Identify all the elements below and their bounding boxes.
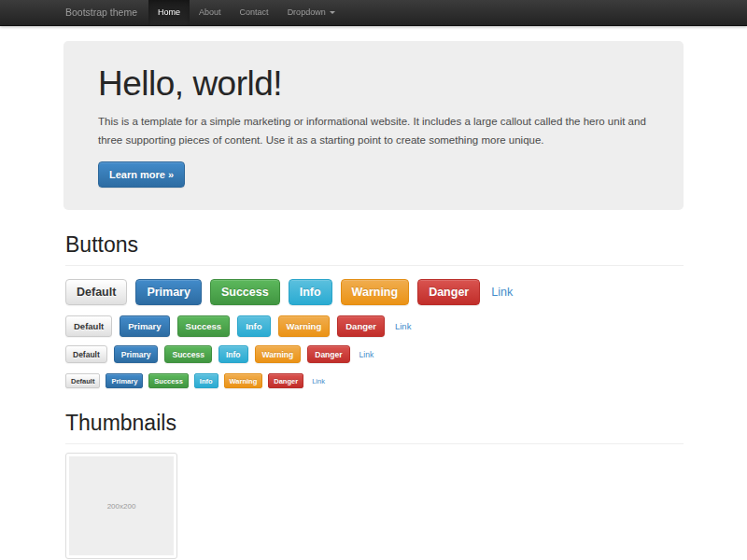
info-button-md[interactable]: Info <box>237 315 270 337</box>
thumbnail-item[interactable]: 200x200 <box>65 453 177 559</box>
link-button-xs[interactable]: Link <box>312 377 325 385</box>
danger-button-sm[interactable]: Danger <box>307 345 349 363</box>
nav-item-dropdown[interactable]: Dropdown <box>278 0 345 25</box>
warning-button-sm[interactable]: Warning <box>255 345 302 363</box>
success-button-md[interactable]: Success <box>177 315 231 337</box>
button-row-sm: DefaultPrimarySuccessInfoWarningDangerLi… <box>65 345 684 363</box>
button-row-md: DefaultPrimarySuccessInfoWarningDangerLi… <box>65 315 684 337</box>
default-button-sm[interactable]: Default <box>65 345 107 363</box>
link-button-sm[interactable]: Link <box>359 350 374 359</box>
hero-description: This is a template for a simple marketin… <box>98 113 649 149</box>
default-button-md[interactable]: Default <box>65 315 112 337</box>
placeholder-image: 200x200 <box>69 456 174 555</box>
danger-button-xs[interactable]: Danger <box>268 373 303 388</box>
buttons-section-title: Buttons <box>65 232 684 266</box>
info-button-sm[interactable]: Info <box>218 345 248 363</box>
success-button-lg[interactable]: Success <box>210 279 280 305</box>
success-button-xs[interactable]: Success <box>148 373 188 388</box>
warning-button-md[interactable]: Warning <box>278 315 331 337</box>
warning-button-xs[interactable]: Warning <box>224 373 263 388</box>
default-button-lg[interactable]: Default <box>65 279 127 305</box>
main-container: Hello, world! This is a template for a s… <box>63 41 684 559</box>
nav-item-about[interactable]: About <box>190 0 231 25</box>
nav-item-contact[interactable]: Contact <box>231 0 278 25</box>
thumbnails-section-title: Thumbnails <box>65 411 684 444</box>
primary-button-lg[interactable]: Primary <box>135 279 202 305</box>
navbar-container: Bootstrap theme HomeAboutContactDropdown <box>63 0 684 25</box>
info-button-xs[interactable]: Info <box>194 373 218 388</box>
link-button-md[interactable]: Link <box>395 321 411 331</box>
primary-button-sm[interactable]: Primary <box>114 345 159 363</box>
link-button-lg[interactable]: Link <box>491 286 513 299</box>
nav-item-home[interactable]: Home <box>148 0 190 25</box>
navbar-brand[interactable]: Bootstrap theme <box>63 0 139 25</box>
success-button-sm[interactable]: Success <box>164 345 212 363</box>
info-button-lg[interactable]: Info <box>289 279 332 305</box>
hero-title: Hello, world! <box>98 64 649 104</box>
danger-button-lg[interactable]: Danger <box>417 279 480 305</box>
button-row-xs: DefaultPrimarySuccessInfoWarningDangerLi… <box>65 373 684 388</box>
navbar-menu: HomeAboutContactDropdown <box>148 0 345 25</box>
caret-down-icon <box>330 11 335 14</box>
primary-button-xs[interactable]: Primary <box>106 373 143 388</box>
warning-button-lg[interactable]: Warning <box>341 279 410 305</box>
default-button-xs[interactable]: Default <box>65 373 100 388</box>
hero-unit: Hello, world! This is a template for a s… <box>63 41 684 210</box>
learn-more-button[interactable]: Learn more » <box>98 161 185 188</box>
primary-button-md[interactable]: Primary <box>120 315 169 337</box>
navbar: Bootstrap theme HomeAboutContactDropdown <box>0 0 747 26</box>
page-content: Hello, world! This is a template for a s… <box>0 0 747 559</box>
danger-button-md[interactable]: Danger <box>337 315 385 337</box>
button-rows: DefaultPrimarySuccessInfoWarningDangerLi… <box>65 279 684 388</box>
placeholder-label: 200x200 <box>107 502 136 511</box>
button-row-lg: DefaultPrimarySuccessInfoWarningDangerLi… <box>65 279 684 305</box>
